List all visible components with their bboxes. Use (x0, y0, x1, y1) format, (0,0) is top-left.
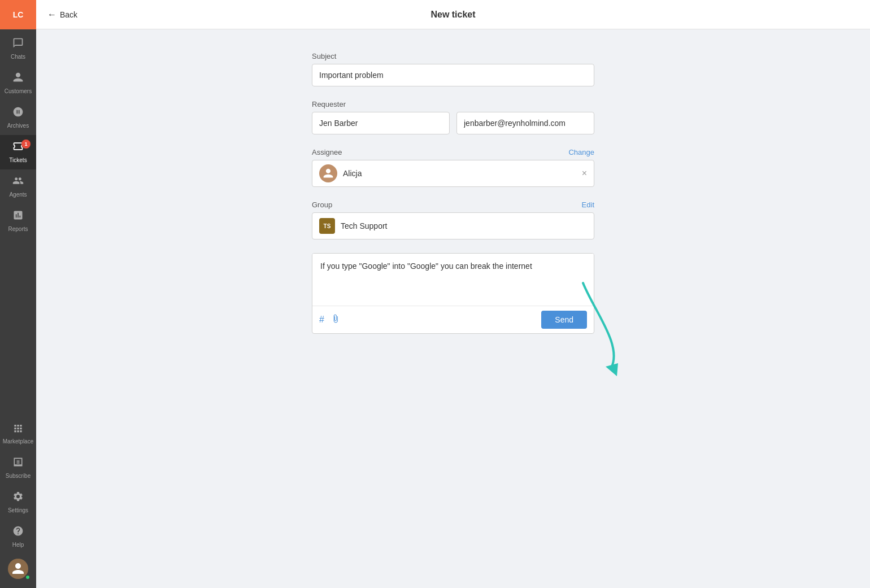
sidebar-item-subscribe-label: Subscribe (6, 473, 31, 480)
assignee-box: Alicja × (312, 160, 594, 187)
main-content: ← Back New ticket Subject Requester (36, 0, 870, 588)
attach-icon-button[interactable] (331, 314, 340, 325)
assignee-header: Assignee Change (312, 148, 594, 156)
sidebar-item-marketplace-label: Marketplace (3, 438, 33, 445)
change-assignee-button[interactable]: Change (568, 148, 594, 156)
reports-icon (12, 210, 24, 224)
sidebar-item-chats-label: Chats (11, 54, 25, 60)
sidebar-item-customers-label: Customers (5, 88, 32, 95)
sidebar: LC Chats Customers Archives 1 (0, 0, 36, 588)
form-container: Subject Requester Assignee Change (312, 52, 594, 565)
requester-label: Requester (312, 100, 594, 108)
requester-field-group: Requester (312, 100, 594, 134)
assignee-field-group: Assignee Change Alicja × (312, 148, 594, 187)
tickets-badge: 1 (21, 140, 31, 149)
subject-label: Subject (312, 52, 594, 60)
assignee-label: Assignee (312, 148, 342, 156)
chat-icon (12, 37, 24, 51)
assignee-name: Alicja (343, 169, 362, 178)
sidebar-bottom: Marketplace Subscribe Settings Help (0, 416, 36, 588)
marketplace-icon (12, 422, 24, 436)
settings-icon (12, 491, 24, 505)
sidebar-item-customers[interactable]: Customers (0, 66, 36, 101)
logo-text: LC (13, 10, 24, 19)
sidebar-item-reports-label: Reports (8, 226, 28, 233)
sidebar-item-archives[interactable]: Archives (0, 101, 36, 135)
help-icon (12, 525, 24, 539)
edit-group-button[interactable]: Edit (582, 201, 594, 209)
message-textarea[interactable] (312, 254, 594, 306)
user-avatar-item[interactable] (0, 554, 36, 583)
message-box: # Send (312, 253, 594, 334)
sidebar-item-archives-label: Archives (7, 123, 29, 129)
online-indicator (25, 574, 31, 580)
app-logo[interactable]: LC (0, 0, 36, 29)
remove-assignee-button[interactable]: × (582, 169, 587, 178)
sidebar-item-tickets[interactable]: 1 Tickets (0, 135, 36, 169)
group-name: Tech Support (341, 221, 388, 230)
subject-input[interactable] (312, 64, 594, 86)
message-toolbar: # Send (312, 306, 594, 333)
toolbar-icons: # (319, 314, 340, 325)
form-area: Subject Requester Assignee Change (36, 29, 870, 588)
assignee-avatar (319, 164, 337, 182)
requester-row (312, 112, 594, 134)
svg-marker-0 (606, 363, 618, 376)
assignee-info: Alicja (319, 164, 362, 182)
group-label: Group (312, 201, 332, 209)
requester-name-input[interactable] (312, 112, 450, 134)
sidebar-item-help[interactable]: Help (0, 520, 36, 554)
subject-field-group: Subject (312, 52, 594, 86)
sidebar-item-agents[interactable]: Agents (0, 169, 36, 204)
group-header: Group Edit (312, 201, 594, 209)
header: ← Back New ticket (36, 0, 870, 29)
agents-icon (12, 175, 24, 189)
page-title: New ticket (430, 10, 475, 20)
customers-icon (12, 72, 24, 86)
sidebar-item-settings-label: Settings (8, 507, 28, 514)
group-field-group: Group Edit TS Tech Support (312, 201, 594, 239)
sidebar-item-agents-label: Agents (9, 191, 27, 198)
sidebar-item-chats[interactable]: Chats (0, 32, 36, 66)
sidebar-item-subscribe[interactable]: Subscribe (0, 451, 36, 485)
group-badge: TS (319, 218, 335, 234)
requester-email-input[interactable] (456, 112, 594, 134)
sidebar-item-help-label: Help (12, 542, 24, 548)
sidebar-item-settings[interactable]: Settings (0, 485, 36, 520)
back-label: Back (60, 10, 77, 19)
message-field-group: # Send (312, 253, 594, 334)
sidebar-item-tickets-label: Tickets (9, 157, 27, 164)
subscribe-icon (12, 456, 24, 471)
group-box: TS Tech Support (312, 212, 594, 239)
back-button[interactable]: ← Back (47, 10, 77, 20)
archives-icon (12, 106, 24, 120)
sidebar-item-reports[interactable]: Reports (0, 204, 36, 238)
tag-icon-button[interactable]: # (319, 315, 324, 325)
send-button[interactable]: Send (541, 311, 587, 329)
sidebar-nav: Chats Customers Archives 1 Tickets (0, 29, 36, 416)
sidebar-item-marketplace[interactable]: Marketplace (0, 416, 36, 451)
back-arrow-icon: ← (47, 10, 56, 20)
